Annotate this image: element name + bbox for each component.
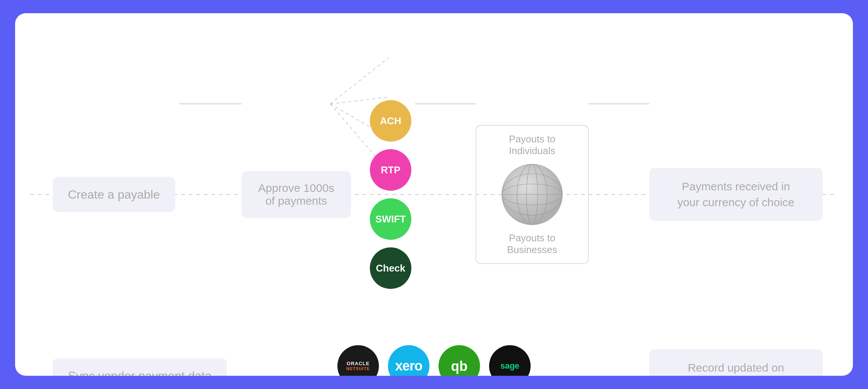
- main-card: Create a payable Approve 1000s of paymen…: [15, 13, 853, 376]
- approve-payments-line2: of payments: [265, 194, 327, 207]
- approve-payments-box: Approve 1000s of payments: [242, 171, 351, 218]
- payment-methods-group: ACH RTP SWIFT Check: [370, 100, 411, 289]
- ach-bubble: ACH: [370, 100, 411, 142]
- payments-received-box: Payments received inyour currency of cho…: [649, 168, 823, 221]
- globe-icon: [498, 161, 566, 228]
- globe-box: Payouts toIndividuals Payouts toBusiness…: [476, 125, 589, 264]
- svg-line-1: [330, 58, 389, 104]
- rtp-bubble: RTP: [370, 149, 411, 191]
- record-updated-box: Record updated on accounting software: [649, 349, 823, 376]
- sage-logo: sage: [489, 345, 531, 376]
- create-payable-box: Create a payable: [53, 177, 175, 212]
- check-bubble: Check: [370, 247, 411, 289]
- accounting-logos-group: ORACLE NETSUITE xero qb sage: [337, 345, 531, 376]
- payments-received-label: Payments received inyour currency of cho…: [677, 180, 794, 208]
- approve-payments-line1: Approve 1000s: [258, 182, 334, 194]
- xero-logo: xero: [388, 345, 429, 376]
- payouts-individuals-label: Payouts toIndividuals: [509, 133, 556, 157]
- accounting-area: ORACLE NETSUITE xero qb sage Accounting …: [337, 345, 531, 376]
- sync-vendor-box: Sync vendor payment data: [53, 358, 227, 376]
- oracle-netsuite-logo: ORACLE NETSUITE: [337, 345, 379, 376]
- payouts-businesses-label: Payouts toBusinesses: [507, 232, 557, 256]
- svg-text:qb: qb: [451, 358, 468, 374]
- quickbooks-logo: qb: [439, 345, 480, 376]
- sync-vendor-label: Sync vendor payment data: [68, 369, 212, 376]
- swift-bubble: SWIFT: [370, 198, 411, 240]
- create-payable-label: Create a payable: [68, 188, 160, 201]
- record-updated-label: Record updated on accounting software: [686, 361, 786, 376]
